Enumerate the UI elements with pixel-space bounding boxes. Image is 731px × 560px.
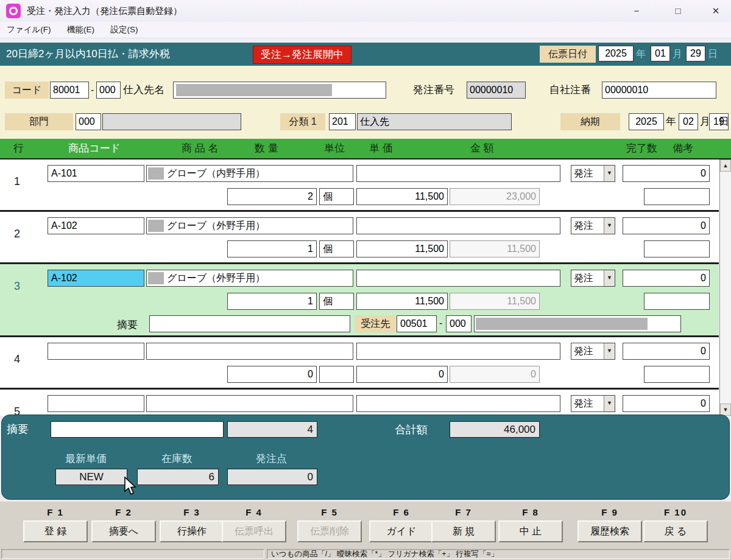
unit-price-input[interactable]: [356, 293, 448, 310]
line-number: 4: [7, 353, 27, 366]
customer-code-input[interactable]: [397, 315, 437, 332]
fkey-label: F 2: [91, 507, 156, 517]
supplier-subcode-input[interactable]: [96, 82, 121, 99]
summary-memo-input[interactable]: [51, 421, 224, 438]
remark-input[interactable]: [644, 366, 710, 383]
customer-subcode-input[interactable]: [446, 315, 471, 332]
product-code-input[interactable]: [48, 165, 144, 182]
menu-settings[interactable]: 設定(S): [104, 22, 144, 35]
quantity-input[interactable]: [227, 188, 317, 205]
order-type-select[interactable]: 発注▼: [571, 217, 615, 234]
remark-input[interactable]: [644, 293, 710, 310]
fkey-button-f1[interactable]: 登 録: [23, 520, 88, 542]
chevron-down-icon[interactable]: ▼: [604, 270, 615, 286]
col-line: 行: [13, 139, 24, 158]
completed-qty-input[interactable]: [623, 343, 710, 360]
quantity-input[interactable]: [227, 366, 317, 383]
fkey-button-f8[interactable]: 中 止: [498, 520, 563, 542]
category1-code-input[interactable]: [329, 113, 356, 130]
order-lines: 1 グローブ（内野手用） 発注▼ 23,000 2 グローブ（外野手用） 発注▼…: [0, 159, 719, 416]
summary-memo-label: 摘要: [7, 422, 29, 436]
status-bar: いつもの商品「/」 曖昧検索「*」 フリガナ検索「+」 行複写「=」: [0, 548, 731, 560]
table-row: 3 グローブ（外野手用） 発注▼ 11,500 摘要 受注先 -: [0, 264, 719, 337]
header-form: コード - 仕入先名 発注番号 00000010 自社注番 部門 分類 1 仕入…: [0, 66, 731, 139]
unit-input[interactable]: [319, 293, 354, 310]
slip-date-label: 伝票日付: [540, 46, 596, 63]
line-number: 3: [7, 280, 27, 293]
order-type-select[interactable]: 発注▼: [571, 343, 615, 360]
order-type-select[interactable]: 発注▼: [571, 395, 615, 412]
own-order-number-input[interactable]: [602, 82, 716, 99]
product-name-field[interactable]: グローブ（外野手用）: [146, 217, 353, 234]
aux-field[interactable]: [356, 165, 560, 182]
due-date-label: 納期: [560, 113, 620, 130]
fkey-label: F 3: [160, 507, 224, 517]
order-point-field: 0: [227, 469, 317, 485]
chevron-down-icon[interactable]: ▼: [604, 343, 615, 359]
remark-input[interactable]: [644, 188, 710, 205]
fkey-button-f10[interactable]: 戻 る: [643, 520, 708, 542]
product-name-field[interactable]: グローブ（外野手用）: [146, 270, 353, 287]
due-year-input[interactable]: [629, 113, 664, 130]
scroll-down-icon[interactable]: ▼: [720, 404, 731, 416]
line-memo-input[interactable]: [149, 315, 350, 332]
chevron-down-icon[interactable]: ▼: [604, 396, 615, 411]
aux-field[interactable]: [356, 217, 560, 234]
department-code-input[interactable]: [76, 113, 101, 130]
product-code-input[interactable]: [48, 395, 144, 412]
completed-qty-input[interactable]: [623, 217, 710, 234]
supplier-code-input[interactable]: [50, 82, 89, 99]
completed-qty-input[interactable]: [623, 270, 710, 287]
minimize-button[interactable]: −: [623, 2, 651, 20]
due-month-input[interactable]: [679, 113, 698, 130]
product-name-field[interactable]: グローブ（内野手用）: [146, 165, 353, 182]
product-code-input[interactable]: [48, 217, 144, 234]
day-unit: 日: [708, 46, 718, 63]
slip-day-input[interactable]: 29: [686, 46, 705, 61]
unit-price-input[interactable]: [356, 366, 448, 383]
chevron-down-icon[interactable]: ▼: [604, 218, 615, 234]
order-type-select[interactable]: 発注▼: [571, 270, 615, 287]
fkey-button-f2[interactable]: 摘要へ: [91, 520, 156, 542]
customer-name-field[interactable]: [474, 315, 681, 332]
fkey-button-f6[interactable]: ガイド: [369, 520, 434, 542]
product-code-input[interactable]: [48, 343, 144, 360]
fkey-button-f9[interactable]: 履歴検索: [577, 520, 642, 542]
close-button[interactable]: ✕: [702, 2, 730, 20]
product-name-field[interactable]: [146, 343, 353, 360]
maximize-button[interactable]: □: [664, 2, 692, 20]
scroll-up-icon[interactable]: ▲: [720, 159, 731, 172]
aux-field[interactable]: [356, 395, 560, 412]
order-type-select[interactable]: 発注▼: [571, 165, 615, 182]
category1-label: 分類 1: [280, 113, 325, 130]
menu-file[interactable]: ファイル(F): [0, 22, 58, 35]
product-code-input[interactable]: [48, 270, 144, 287]
fkey-button-f7[interactable]: 新 規: [431, 520, 496, 542]
fkey-label: F 4: [222, 507, 286, 517]
aux-field[interactable]: [356, 270, 560, 287]
quantity-input[interactable]: [227, 240, 317, 257]
slip-month-input[interactable]: 01: [651, 46, 670, 61]
remark-input[interactable]: [644, 240, 710, 257]
month-unit: 月: [673, 46, 682, 63]
unit-input[interactable]: [319, 188, 354, 205]
fkey-button-f3[interactable]: 行操作: [160, 520, 224, 542]
menu-function[interactable]: 機能(E): [60, 22, 101, 35]
product-name-field[interactable]: [146, 395, 353, 412]
unit-price-input[interactable]: [356, 240, 448, 257]
unit-input[interactable]: [319, 240, 354, 257]
aux-field[interactable]: [356, 343, 560, 360]
completed-qty-input[interactable]: [623, 165, 710, 182]
order-number-field: 00000010: [467, 82, 526, 99]
unit-input[interactable]: [319, 366, 354, 383]
col-quantity: 数 量: [255, 139, 278, 158]
quantity-input[interactable]: [227, 293, 317, 310]
completed-qty-input[interactable]: [623, 395, 710, 412]
supplier-name-field[interactable]: [173, 82, 386, 99]
due-day-unit: 日: [719, 113, 729, 130]
vertical-scrollbar[interactable]: ▲ ▼: [719, 159, 731, 416]
col-remark: 備考: [673, 139, 693, 158]
slip-year-input[interactable]: 2025: [598, 46, 634, 61]
unit-price-input[interactable]: [356, 188, 448, 205]
chevron-down-icon[interactable]: ▼: [604, 166, 615, 181]
